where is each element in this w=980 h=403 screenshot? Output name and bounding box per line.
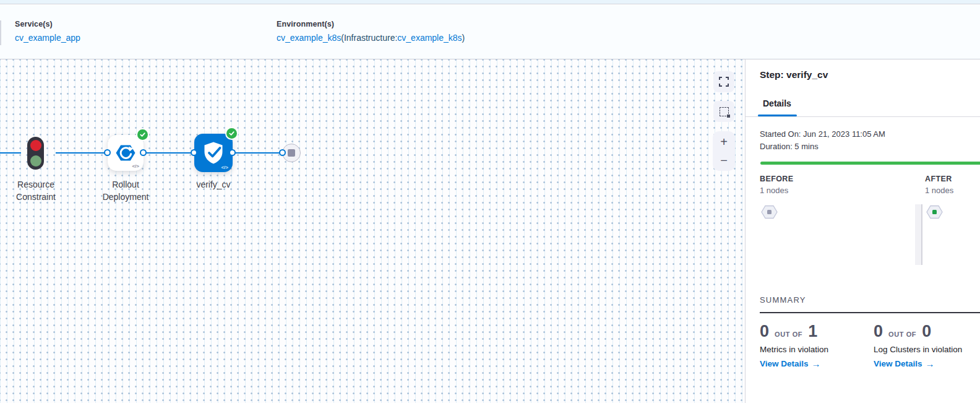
arrow-right-icon: → [926,358,935,369]
top-accent-bar [0,0,980,4]
after-node-hexagon-icon[interactable] [926,204,943,220]
stop-icon [288,149,295,157]
metrics-view-details-link[interactable]: View Details → [760,358,871,369]
verification-progress-bar [760,162,980,165]
canvas-marquee-select-button[interactable] [713,101,734,122]
node-resource-constraint[interactable] [27,137,44,170]
logs-caption: Log Clusters in violation [874,345,980,354]
port-rollout-right [140,149,147,156]
arrow-right-icon: → [812,358,821,369]
duration-text: Duration: 5 mins [760,142,819,151]
rollout-deployment-icon [114,142,137,164]
out-of-label: OUT OF [888,331,916,338]
infrastructure-prefix: (Infrastructure: [341,33,397,43]
canvas-fullscreen-button[interactable] [713,71,734,92]
step-details-panel: Step: verify_cv Details Started On: Jun … [745,59,980,403]
before-node-count: 1 nodes [760,186,788,195]
before-node-hexagon-icon[interactable] [761,204,778,220]
marquee-select-icon [720,107,729,116]
after-node-count: 1 nodes [925,186,953,195]
node-label-resource-constraint: Resource Constraint [0,178,73,204]
environment-label: Environment(s) [277,20,465,28]
port-verify-left [191,149,197,156]
service-label: Service(s) [15,20,80,28]
node-label-rollout-deployment: Rollout Deployment [88,178,163,204]
pipeline-canvas[interactable]: </> </> Resource Constraint Rollout Depl… [0,59,745,403]
metrics-violation-count: 0 [760,322,769,340]
summary-divider [760,312,980,313]
port-verify-right [229,149,236,156]
tab-divider [746,116,980,117]
summary-heading: SUMMARY [760,295,806,305]
out-of-label: OUT OF [775,331,802,338]
port-rollout-left [104,149,111,156]
success-badge-icon [137,129,148,140]
node-rollout-deployment[interactable]: </> [108,135,144,171]
logs-view-details-link[interactable]: View Details → [874,358,980,369]
verify-shield-icon [203,141,224,165]
started-on-text: Started On: Jun 21, 2023 11:05 AM [760,129,885,139]
tab-details[interactable]: Details [763,98,791,108]
traffic-light-green-icon [30,155,41,167]
execution-context-header: Service(s) cv_example_app Environment(s)… [0,5,980,59]
log-clusters-summary: 0 OUT OF 0 Log Clusters in violation Vie… [874,322,980,369]
metrics-summary: 0 OUT OF 1 Metrics in violation View Det… [760,322,871,369]
after-label: AFTER [925,175,952,183]
canvas-zoom-control[interactable]: + − [713,131,735,171]
logs-total-count: 0 [922,322,931,340]
metrics-caption: Metrics in violation [760,345,871,354]
edge-rollout-to-verify [144,152,194,154]
before-label: BEFORE [760,175,794,183]
step-code-icon: </> [132,163,139,169]
node-label-verify-cv: verify_cv [176,178,251,191]
success-badge-icon [226,128,237,139]
step-code-icon: </> [221,165,228,170]
edge-constraint-to-rollout [56,152,108,154]
zoom-out-button[interactable]: − [720,154,728,167]
before-column-scrollbar[interactable] [915,204,922,265]
edge-verify-to-end [233,152,283,154]
environment-block: Environment(s) cv_example_k8s(Infrastruc… [277,20,465,43]
view-details-label: View Details [874,359,922,368]
logs-violation-count: 0 [874,322,883,340]
pipeline-execution-view: Service(s) cv_example_app Environment(s)… [0,0,980,403]
zoom-in-button[interactable]: + [720,135,728,149]
header-left-edge [0,20,1,45]
fullscreen-icon [719,77,729,87]
service-link[interactable]: cv_example_app [15,33,80,43]
edge-incoming [0,152,21,154]
panel-title: Step: verify_cv [760,69,828,80]
infrastructure-suffix: ) [462,33,465,43]
environment-link[interactable]: cv_example_k8s [277,33,341,43]
metrics-total-count: 1 [808,322,817,340]
service-block: Service(s) cv_example_app [15,20,80,43]
infrastructure-link[interactable]: cv_example_k8s [397,33,462,43]
view-details-label: View Details [760,359,809,368]
traffic-light-red-icon [30,140,41,151]
port-end-left [279,149,286,156]
node-verify-cv[interactable]: </> [194,134,233,172]
